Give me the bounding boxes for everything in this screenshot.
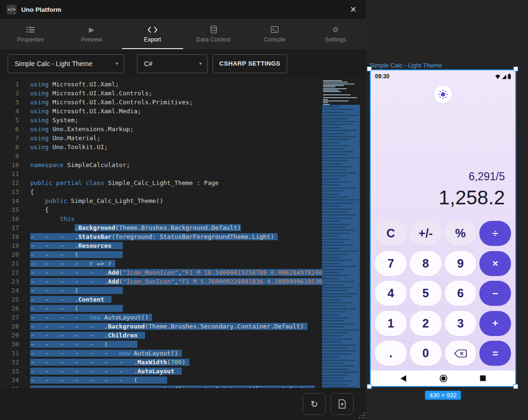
selection-handle[interactable] [367,384,372,389]
key-label: 8 [422,257,429,270]
backspace-icon [454,349,467,358]
resize-grip[interactable] [357,411,365,418]
nav-back-button[interactable] [400,375,407,382]
artboard-label[interactable]: Simple Calc - Light Theme [370,62,442,69]
key-2[interactable]: 2 [410,311,442,336]
minimap-line [322,133,346,134]
line-number: 18 [0,232,19,241]
app-logo-icon: </> [7,5,17,15]
selection-handle[interactable] [367,67,372,71]
line-number: 21 [0,259,19,268]
key-9[interactable]: 9 [445,251,477,276]
key-label: + [492,318,498,329]
code-text: → → → .StatusBar(foreground: StatusBarFo… [30,232,278,241]
key-7[interactable]: 7 [375,251,407,276]
minimap-line [322,193,339,195]
key-6[interactable]: 6 [445,281,477,306]
minimap-line [322,115,358,116]
code-line: 19→ → → .Resources [0,241,322,250]
tab-console[interactable]: Console [244,19,305,49]
code-editor[interactable]: 1using Microsoft.UI.Xaml;2using Microsof… [0,78,366,388]
key-4[interactable]: 4 [375,281,407,306]
minimap-line [322,184,339,185]
minimap-line [323,94,350,95]
minimap-line [323,80,342,81]
language-select[interactable]: C# ▾ [137,54,208,73]
code-line: 14 public Simple_Calc_Light_Theme() [0,196,322,205]
line-number: 26 [0,304,19,313]
code-text: .Background(Theme.Brushes.Background.Def… [30,223,241,232]
minimap-line [322,360,355,361]
code-line: 22→ → → → → .Add("Icon_MoonIcon","F1 M 1… [0,268,322,277]
theme-toggle-button[interactable] [434,85,452,103]
minimap-line [322,124,352,125]
key-backspace[interactable] [445,341,477,366]
code-text: → → → .Resources [30,241,123,250]
selection-handle[interactable] [513,67,518,71]
key-multiply[interactable]: × [479,251,511,276]
code-line: 29→ → → → → .Children [0,331,322,340]
code-text: → → → → → → new AutoLayout() [30,349,182,358]
minimap-line [323,97,357,98]
key-subtract[interactable]: − [479,281,511,306]
play-icon: ▶ [89,25,94,34]
key-1[interactable]: 1 [375,311,407,336]
key-label: × [492,258,498,269]
uno-platform-window: </> Uno Platform ✕ Properties▶PreviewExp… [0,0,366,420]
refresh-button[interactable]: ↻ [303,393,326,415]
export-file-button[interactable] [331,393,354,415]
minimap-line [322,308,356,310]
tab-export[interactable]: Export [122,19,183,49]
phone-frame[interactable]: 09:30 6,291/5 1,258.2 C+/-%÷78 [370,69,516,387]
tab-preview[interactable]: ▶Preview [61,19,122,49]
minimap-line [322,175,346,176]
code-text: public partial class Simple_Calc_Light_T… [30,178,219,187]
code-text: { [30,205,49,214]
minimap-line [322,130,357,131]
code-line: 13{ [0,187,322,196]
minimap-line [322,317,349,319]
tab-properties[interactable]: Properties [0,19,61,49]
key-label: +/- [418,227,433,240]
key-8[interactable]: 8 [410,251,442,276]
code-text: using Microsoft.UI.Xaml; [30,80,119,89]
code-text: → → → ( [30,304,123,313]
line-number: 22 [0,268,19,277]
tab-settings[interactable]: ⚙Settings [305,19,366,49]
line-number: 28 [0,322,19,331]
minimap-line [322,302,351,303]
tab-data-context[interactable]: Data Context [183,19,244,49]
line-number: 4 [0,107,19,116]
code-text: using Microsoft.UI.Xaml.Media; [30,107,141,116]
minimap-line [322,384,347,385]
key-clear[interactable]: C [375,221,407,246]
code-text: → → → → → → → .AutoLayout [30,367,182,376]
key-label: 3 [457,317,464,330]
minimap-line [322,353,350,355]
key-add[interactable]: + [479,311,511,336]
key-percent[interactable]: % [445,221,477,246]
key-divide[interactable]: ÷ [479,221,511,246]
key-5[interactable]: 5 [410,281,442,306]
key-label: C [386,227,395,240]
selection-handle[interactable] [513,384,518,389]
nav-recents-button[interactable] [480,375,486,381]
recents-icon [480,375,486,381]
code-text: { [30,187,34,196]
key-0[interactable]: 0 [410,341,442,366]
key-3[interactable]: 3 [445,311,477,336]
csharp-settings-button[interactable]: CSHARP SETTINGS [213,54,287,73]
close-icon[interactable]: ✕ [347,3,359,16]
file-export-icon [338,399,347,409]
minimap-line [322,202,353,204]
key-decimal[interactable]: . [375,341,407,366]
key-equals[interactable]: = [479,341,511,366]
code-line: 1using Microsoft.UI.Xaml; [0,80,322,89]
key-plusminus[interactable]: +/- [410,221,442,246]
minimap[interactable] [322,78,360,388]
line-number: 33 [0,367,19,376]
theme-select[interactable]: Simple Calc - Light Theme ▾ [8,54,124,73]
signal-icon [502,74,507,79]
nav-home-button[interactable] [439,374,448,383]
line-number: 34 [0,376,19,385]
